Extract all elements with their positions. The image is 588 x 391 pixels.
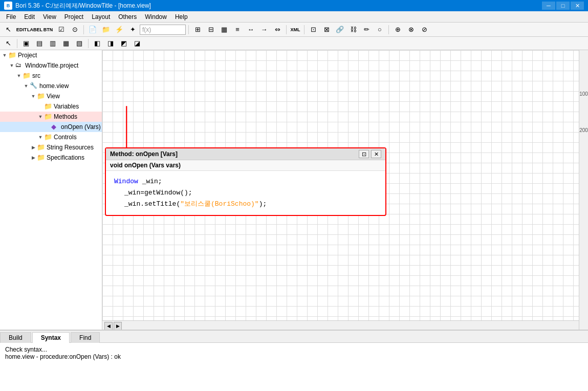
tb-grid2-btn[interactable]: ⊟ (205, 24, 217, 35)
tab-syntax[interactable]: Syntax (32, 332, 70, 343)
toolbar-page-btn[interactable]: 📄 (86, 24, 99, 35)
tree-onopen-label: onOpen (Vars) (61, 123, 101, 131)
tb-circle-btn[interactable]: ○ (374, 24, 386, 35)
tree-controls[interactable]: ▼ 📁 Controls (0, 132, 102, 142)
tree-view-label: View (47, 93, 60, 100)
tab-find[interactable]: Find (71, 332, 100, 343)
tree-view[interactable]: ▼ 📁 View (0, 91, 102, 101)
toolbar-circle-btn[interactable]: ⊙ (69, 24, 81, 35)
tb-table-btn[interactable]: ▦ (218, 24, 230, 35)
toolbar-label-btn[interactable]: LABEL (29, 24, 41, 35)
toolbar-btn3[interactable]: BTN (42, 24, 54, 35)
tb2-btn7[interactable]: ◨ (104, 38, 117, 49)
toolbar-folder-btn[interactable]: 📁 (100, 24, 112, 35)
menu-layout[interactable]: Layout (88, 12, 114, 21)
expander-windowtitle[interactable]: ▼ (8, 62, 15, 69)
folder-icon-methods: 📁 (44, 113, 52, 121)
expander-methods[interactable]: ▼ (37, 113, 44, 120)
tb-mode3-btn[interactable]: ⊘ (418, 24, 430, 35)
expander-stringres[interactable]: ▶ (30, 144, 37, 151)
nav-arrows: ◀ ▶ (102, 321, 579, 330)
tree-onopen[interactable]: ▶ ◆ onOpen (Vars) (0, 122, 102, 132)
menu-edit[interactable]: Edit (20, 12, 39, 21)
minimize-button[interactable]: ─ (542, 2, 555, 10)
toolbar-lightning-btn[interactable]: ⚡ (113, 24, 125, 35)
nav-right-btn[interactable]: ▶ (114, 322, 122, 330)
expander-src[interactable]: ▼ (15, 72, 23, 79)
tb2-btn1[interactable]: ▣ (20, 38, 32, 49)
scrollbar-horizontal[interactable]: ◀ ▶ (102, 320, 579, 330)
toolbar-star-btn[interactable]: ✦ (126, 24, 139, 35)
folder-icon-view: 📁 (37, 92, 45, 100)
title-bar: B Bori 5.36 - C:/보리예제/WindowTitle - [hom… (0, 0, 588, 11)
toolbar-check-btn[interactable]: ☑ (55, 24, 68, 35)
tb-arrow-btn[interactable]: ↔ (245, 24, 257, 35)
tree-specifications[interactable]: ▶ 📁 Specifications (0, 153, 102, 163)
expander-controls[interactable]: ▼ (37, 134, 44, 141)
toolbar-cursor-btn[interactable]: ↖ (2, 24, 14, 35)
bottom-tabs: Build Syntax Find (0, 331, 588, 343)
tb-mode1-btn[interactable]: ⊕ (391, 24, 404, 35)
tb2-cursor-btn[interactable]: ↖ (2, 38, 14, 49)
menu-project[interactable]: Project (60, 12, 88, 21)
tab-build[interactable]: Build (0, 332, 31, 343)
tree-stringres[interactable]: ▶ 📁 String Resources (0, 142, 102, 153)
nav-left-btn[interactable]: ◀ (104, 322, 113, 330)
tb-link2-btn[interactable]: ⛓ (347, 24, 359, 35)
bottom-content: Check syntax... home.view - procedure:on… (0, 343, 588, 391)
code-line-2: _win=getWindow(); (124, 187, 377, 199)
tree-windowtitle[interactable]: ▼ 🗂 WindowTitle.project (0, 60, 102, 71)
menu-file[interactable]: File (2, 12, 20, 21)
maximize-button[interactable]: □ (556, 2, 570, 10)
tb-mode2-btn[interactable]: ⊗ (405, 24, 417, 35)
expander-project[interactable]: ▼ (1, 52, 8, 59)
tb-grid-btn[interactable]: ⊞ (191, 24, 204, 35)
tb2-btn6[interactable]: ◧ (91, 38, 103, 49)
tree-methods-label: Methods (54, 113, 77, 120)
folder-icon-project: 📁 (8, 51, 16, 59)
expander-homeview[interactable]: ▼ (23, 82, 30, 90)
tb-pencil-btn[interactable]: ✏ (360, 24, 373, 35)
title-bar-controls: ─ □ ✕ (542, 2, 584, 10)
menu-others[interactable]: Others (114, 12, 141, 21)
close-button[interactable]: ✕ (571, 2, 584, 10)
code-popup-close-btn[interactable]: ✕ (371, 150, 381, 158)
tb-arrow2-btn[interactable]: → (258, 24, 270, 35)
code-popup-controls: ⊡ ✕ (359, 150, 381, 158)
expander-view[interactable]: ▼ (30, 93, 37, 100)
tb2-btn3[interactable]: ▥ (47, 38, 59, 49)
tb-xml-btn[interactable]: XML (289, 24, 301, 35)
menu-window[interactable]: Window (141, 12, 171, 21)
tb-misc2-btn[interactable]: ⊠ (320, 24, 333, 35)
icon-windowtitle: 🗂 (15, 61, 24, 70)
code-subheader: void onOpen (Vars vars) (106, 160, 385, 171)
tb2-btn4[interactable]: ▦ (60, 38, 72, 49)
tb-list-btn[interactable]: ≡ (231, 24, 244, 35)
formula-bar[interactable]: f(x) (140, 25, 186, 35)
menu-help[interactable]: Help (171, 12, 192, 21)
tree-homeview-label: home.view (39, 82, 69, 90)
tb-link-btn[interactable]: 🔗 (334, 24, 346, 35)
tree-project-label: Project (18, 52, 37, 59)
tb2-btn8[interactable]: ◩ (118, 38, 130, 49)
tree-project[interactable]: ▼ 📁 Project (0, 50, 102, 60)
tb2-btn5[interactable]: ▧ (73, 38, 85, 49)
tree-variables[interactable]: ▶ 📁 Variables (0, 101, 102, 112)
expander-variables[interactable]: ▶ (37, 103, 44, 110)
toolbar-edit-btn[interactable]: EDIT (15, 24, 28, 35)
icon-homeview: 🔧 (30, 82, 38, 90)
code-line-3: _win.setTitle("보리스쿨(BoriSchoo)"); (124, 199, 377, 210)
tb2-btn2[interactable]: ▤ (33, 38, 46, 49)
code-popup-detach-btn[interactable]: ⊡ (359, 150, 369, 158)
code-keyword-window: Window (114, 178, 138, 185)
main-area: ▼ 📁 Project ▼ 🗂 WindowTitle.project ▼ 📁 … (0, 50, 588, 330)
tb2-btn9[interactable]: ◪ (131, 38, 143, 49)
tree-homeview[interactable]: ▼ 🔧 home.view (0, 81, 102, 91)
tb-misc1-btn[interactable]: ⊡ (307, 24, 319, 35)
tree-src[interactable]: ▼ 📁 src (0, 71, 102, 81)
tree-methods[interactable]: ▼ 📁 Methods (0, 112, 102, 122)
menu-view[interactable]: View (39, 12, 60, 21)
tb-resize-btn[interactable]: ⇔ (271, 24, 284, 35)
expander-specifications[interactable]: ▶ (30, 154, 37, 161)
tree-specifications-label: Specifications (47, 154, 84, 161)
